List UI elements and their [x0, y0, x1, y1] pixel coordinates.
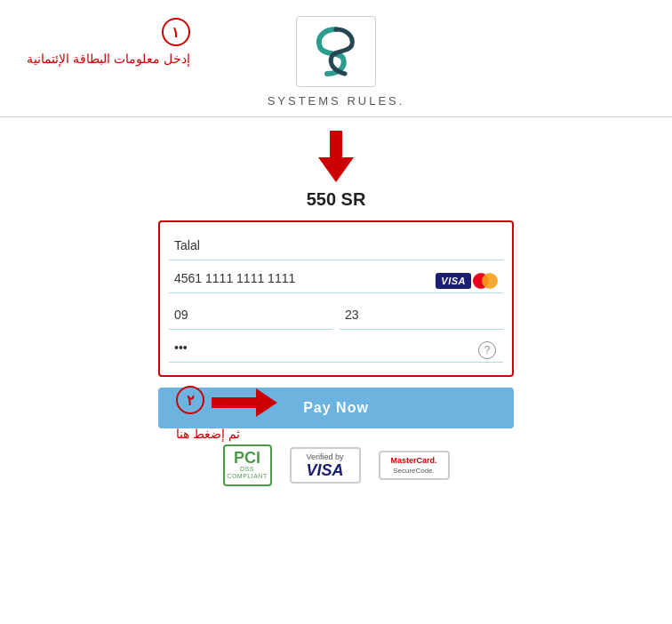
- cardholder-name-input[interactable]: [169, 231, 503, 260]
- expiry-row: [169, 300, 503, 330]
- expiry-year-input[interactable]: [340, 300, 503, 330]
- payment-amount: 550 SR: [307, 189, 366, 210]
- main-content: 550 SR VISA ?: [0, 117, 672, 486]
- pci-badge: PCI DSS COMPLIANT: [223, 444, 272, 486]
- security-badges: PCI DSS COMPLIANT Verified by VISA Maste…: [223, 444, 450, 486]
- arrow-head-right: [256, 388, 277, 417]
- visa-icon: VISA: [436, 273, 471, 289]
- pci-sub-text: DSS COMPLIANT: [227, 466, 267, 481]
- arrow-shaft-vertical: [330, 131, 342, 157]
- mc-secure-sub-text: SecureCode.: [393, 467, 435, 475]
- mc-right-circle: [482, 273, 498, 289]
- step1-annotation: ١ إدخل معلومات البطاقة الإئتمانية: [27, 18, 190, 66]
- arrow-head-down: [318, 157, 354, 182]
- brand-logo: [309, 25, 363, 78]
- header-section: ١ إدخل معلومات البطاقة الإئتمانية SYSTEM…: [0, 0, 672, 117]
- pay-section: ٢ ثم إضغط هنا Pay Now: [158, 377, 514, 428]
- pci-main-text: PCI: [234, 450, 260, 466]
- card-number-row: VISA: [169, 264, 503, 297]
- step1-arabic-label: إدخل معلومات البطاقة الإئتمانية: [27, 52, 190, 66]
- step2-circle: ٢: [176, 386, 204, 414]
- step2-arabic-label: ثم إضغط هنا: [176, 427, 240, 441]
- logo-box: [296, 16, 376, 87]
- down-arrow: [318, 131, 354, 182]
- mc-secure-main-text: MasterCard.: [390, 456, 436, 467]
- card-icons: VISA: [436, 273, 498, 289]
- arrow-shaft-horizontal: [212, 397, 256, 408]
- mastercard-secure-badge: MasterCard. SecureCode.: [379, 451, 450, 480]
- cvv-input[interactable]: [169, 333, 503, 363]
- card-form: VISA ?: [158, 220, 514, 377]
- right-arrow: [212, 388, 277, 417]
- step1-circle: ١: [162, 18, 190, 46]
- cvv-help-icon[interactable]: ?: [478, 341, 496, 359]
- verified-by-visa-badge: Verified by VISA: [290, 447, 361, 484]
- cvv-row: ?: [169, 333, 503, 366]
- brand-name: SYSTEMS RULES.: [268, 94, 405, 108]
- step2-annotation: ٢ ثم إضغط هنا: [176, 386, 277, 441]
- vbv-visa-text: VISA: [306, 462, 343, 478]
- expiry-month-input[interactable]: [169, 300, 332, 330]
- mastercard-icon: [473, 273, 498, 289]
- step2-row: ٢: [176, 386, 277, 420]
